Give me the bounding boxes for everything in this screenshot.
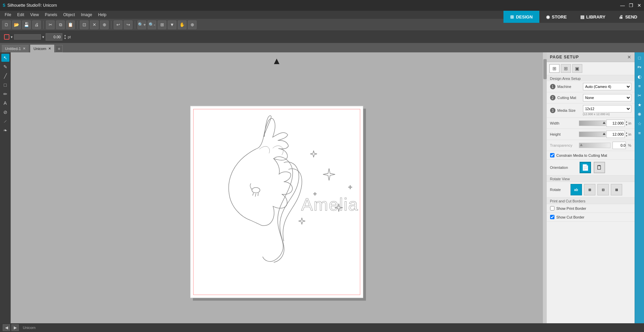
select-all-button[interactable]: ⊡ <box>80 20 89 29</box>
pan-down-button[interactable]: ▼ <box>168 20 176 29</box>
pencil-tool[interactable]: ✏ <box>1 90 9 98</box>
delete-button[interactable]: ✕ <box>90 20 99 29</box>
panel-close-button[interactable]: ✕ <box>627 54 631 60</box>
panel-tab-page[interactable]: ⊞ <box>549 64 559 73</box>
knife-tool[interactable]: ⟋ <box>1 117 9 125</box>
line-dropdown[interactable]: ▾ <box>42 35 44 39</box>
rotate-270-button[interactable]: ⊠ <box>611 184 622 195</box>
scissors-icon[interactable]: ✂ <box>636 91 644 99</box>
copy-button[interactable]: ⧉ <box>56 20 65 29</box>
bottom-nav-right[interactable]: ▶ <box>11 324 19 331</box>
pixel-icon[interactable]: Px <box>636 63 644 71</box>
width-input-group: ▲ ▼ in <box>579 120 632 127</box>
width-input[interactable] <box>606 120 625 127</box>
height-spinner[interactable]: ▲ ▼ <box>626 131 628 137</box>
panel-tab-background[interactable]: ▣ <box>572 64 582 73</box>
maximize-button[interactable]: ❐ <box>629 3 633 8</box>
window-controls[interactable]: — ❐ ✕ <box>620 3 641 8</box>
zoom-out-button[interactable]: 🔍- <box>148 20 156 29</box>
transparency-slider[interactable] <box>579 143 611 148</box>
portrait-button[interactable]: 📄 <box>580 162 591 173</box>
menu-file[interactable]: File <box>2 12 14 18</box>
new-button[interactable]: 🗋 <box>2 20 11 29</box>
zoom-fit-button[interactable]: ⊞ <box>158 20 166 29</box>
snowflake-icon[interactable]: ❋ <box>636 110 644 118</box>
close-button[interactable]: ✕ <box>637 3 641 8</box>
tab-untitled[interactable]: Untitled-1 ✕ <box>1 44 29 52</box>
transparency-input[interactable] <box>612 142 626 149</box>
pan-button[interactable]: ✋ <box>178 20 186 29</box>
menu-panels[interactable]: Panels <box>42 12 60 18</box>
select-tool[interactable]: ↖ <box>1 54 9 62</box>
media-size-select[interactable]: 12x12 <box>583 105 632 112</box>
cutting-mat-select[interactable]: None <box>583 94 632 101</box>
width-spinner[interactable]: ▲ ▼ <box>626 120 628 126</box>
line-tool[interactable]: ╱ <box>1 72 9 80</box>
menu-object[interactable]: Object <box>61 12 78 18</box>
menu-help[interactable]: Help <box>96 12 109 18</box>
save-button[interactable]: 💾 <box>22 20 31 29</box>
panel-tab-grid[interactable]: ⊞ <box>561 64 571 73</box>
height-input[interactable] <box>606 131 625 138</box>
rectangle-tool[interactable]: □ <box>1 81 9 89</box>
store-button[interactable]: ◉ STORE <box>539 11 574 23</box>
node-tool[interactable]: ✎ <box>1 63 9 71</box>
width-down[interactable]: ▼ <box>626 123 628 126</box>
constrain-label[interactable]: Constrain Media to Cutting Mat <box>556 153 607 157</box>
height-up[interactable]: ▲ <box>626 131 628 134</box>
show-cut-border-label[interactable]: Show Cut Border <box>556 215 585 219</box>
width-slider[interactable] <box>579 121 606 126</box>
point-edit-button[interactable]: ⊕ <box>100 20 109 29</box>
add-page-button[interactable]: ⊕ <box>188 20 197 29</box>
design-button[interactable]: ⊞ DESIGN <box>503 11 539 23</box>
menu-view[interactable]: View <box>28 12 42 18</box>
star-outline-icon[interactable]: ☆ <box>636 120 644 128</box>
rotate-180-button[interactable]: ⊟ <box>597 184 609 195</box>
show-print-border-label[interactable]: Show Print Border <box>556 206 586 210</box>
design-page[interactable]: Amelia <box>190 106 363 298</box>
minimize-button[interactable]: — <box>620 3 625 8</box>
text-tool[interactable]: A <box>1 99 9 107</box>
rotate-90-button[interactable]: ⊞ <box>584 184 595 195</box>
lines2-icon[interactable]: ≡ <box>636 129 644 137</box>
width-up[interactable]: ▲ <box>626 120 628 123</box>
menu-edit[interactable]: Edit <box>14 12 27 18</box>
zoom-in-button[interactable]: 🔍+ <box>138 20 146 29</box>
stroke-width-input[interactable] <box>46 33 62 41</box>
cut-button[interactable]: ✂ <box>46 20 55 29</box>
send-button[interactable]: 🖨 SEND <box>612 11 644 23</box>
open-button[interactable]: 📂 <box>12 20 21 29</box>
half-circle-icon[interactable]: ◐ <box>636 73 644 81</box>
rotate-0-button[interactable]: ab <box>571 184 582 195</box>
page-setup-icon[interactable]: □ <box>636 54 644 62</box>
show-cut-border-checkbox[interactable] <box>550 215 554 219</box>
star-icon[interactable]: ★ <box>636 101 644 109</box>
left-toolbar: ↖ ✎ ╱ □ ✏ A ⊘ ⟋ ❧ <box>0 52 11 332</box>
shape-dropdown[interactable]: ▾ <box>11 35 13 39</box>
stroke-width-spinner[interactable]: ▲ ▼ <box>64 34 66 40</box>
add-tab-button[interactable]: + <box>55 45 63 52</box>
height-slider[interactable] <box>579 132 606 137</box>
paste-button[interactable]: 📋 <box>66 20 75 29</box>
redo-button[interactable]: ↪ <box>124 20 132 29</box>
tab-unicorn-close[interactable]: ✕ <box>48 47 51 50</box>
line-style[interactable] <box>14 34 41 40</box>
tab-unicorn[interactable]: Unicorn ✕ <box>30 44 55 52</box>
lines-icon[interactable]: ≡ <box>636 82 644 90</box>
constrain-checkbox[interactable] <box>550 153 554 157</box>
landscape-button[interactable]: 🗒 <box>594 162 605 173</box>
machine-select[interactable]: Auto (Cameo 4) <box>583 83 632 90</box>
show-print-border-checkbox[interactable] <box>550 206 554 210</box>
height-down[interactable]: ▼ <box>626 134 628 137</box>
bottom-nav-left[interactable]: ◀ <box>3 324 10 331</box>
shape-select[interactable] <box>4 34 9 40</box>
scroll-thumb[interactable] <box>543 59 547 79</box>
library-button[interactable]: ▤ LIBRARY <box>574 11 612 23</box>
eraser-tool[interactable]: ⊘ <box>1 108 9 116</box>
vertical-scrollbar[interactable] <box>543 52 547 332</box>
print-button[interactable]: 🖨 <box>32 20 41 29</box>
undo-button[interactable]: ↩ <box>114 20 122 29</box>
menu-image[interactable]: Image <box>78 12 95 18</box>
tab-untitled-close[interactable]: ✕ <box>23 47 25 50</box>
paint-tool[interactable]: ❧ <box>1 126 9 134</box>
